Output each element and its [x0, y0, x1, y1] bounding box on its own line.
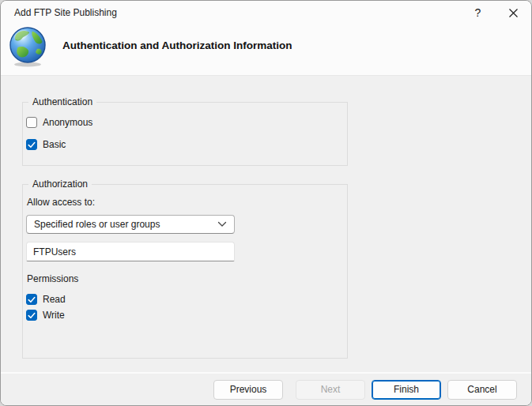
- next-button[interactable]: Next: [296, 380, 365, 400]
- read-checkbox[interactable]: Read: [26, 294, 66, 305]
- globe-icon: [8, 26, 47, 67]
- titlebar[interactable]: Add FTP Site Publishing ?: [1, 1, 531, 24]
- wizard-header: Authentication and Authorization Informa…: [1, 24, 531, 76]
- titlebar-buttons: ?: [460, 1, 531, 24]
- help-icon: ?: [475, 6, 481, 19]
- read-label: Read: [43, 294, 66, 305]
- authorization-group: Authorization Allow access to: Specified…: [22, 184, 348, 359]
- basic-checkbox[interactable]: Basic: [26, 139, 66, 150]
- dialog-window: Add FTP Site Publishing ?: [0, 0, 532, 406]
- checkbox-checked-icon: [26, 139, 37, 150]
- help-button[interactable]: ?: [460, 1, 496, 24]
- authorization-legend: Authorization: [28, 179, 92, 190]
- window-title: Add FTP Site Publishing: [14, 7, 117, 18]
- checkbox-checked-icon: [26, 294, 37, 305]
- write-checkbox[interactable]: Write: [26, 310, 65, 321]
- checkbox-checked-icon: [26, 310, 37, 321]
- page-title: Authentication and Authorization Informa…: [62, 39, 292, 51]
- previous-button[interactable]: Previous: [213, 380, 283, 400]
- write-label: Write: [43, 310, 65, 321]
- access-dropdown-value: Specified roles or user groups: [34, 219, 217, 230]
- permissions-label: Permissions: [27, 273, 78, 284]
- anonymous-checkbox[interactable]: Anonymous: [26, 117, 92, 128]
- authentication-group: Authentication Anonymous Basic: [22, 102, 348, 166]
- checkbox-unchecked-icon: [26, 117, 37, 128]
- access-dropdown[interactable]: Specified roles or user groups: [26, 215, 235, 234]
- close-button[interactable]: [496, 1, 531, 24]
- close-icon: [508, 8, 519, 18]
- allow-access-label: Allow access to:: [27, 197, 95, 208]
- button-bar: Previous Next Finish Cancel: [1, 372, 531, 405]
- authentication-legend: Authentication: [28, 96, 96, 107]
- basic-label: Basic: [43, 139, 66, 150]
- anonymous-label: Anonymous: [43, 117, 92, 128]
- chevron-down-icon: [217, 221, 227, 227]
- finish-button[interactable]: Finish: [372, 380, 441, 400]
- users-input[interactable]: [26, 242, 235, 261]
- cancel-button[interactable]: Cancel: [447, 380, 517, 400]
